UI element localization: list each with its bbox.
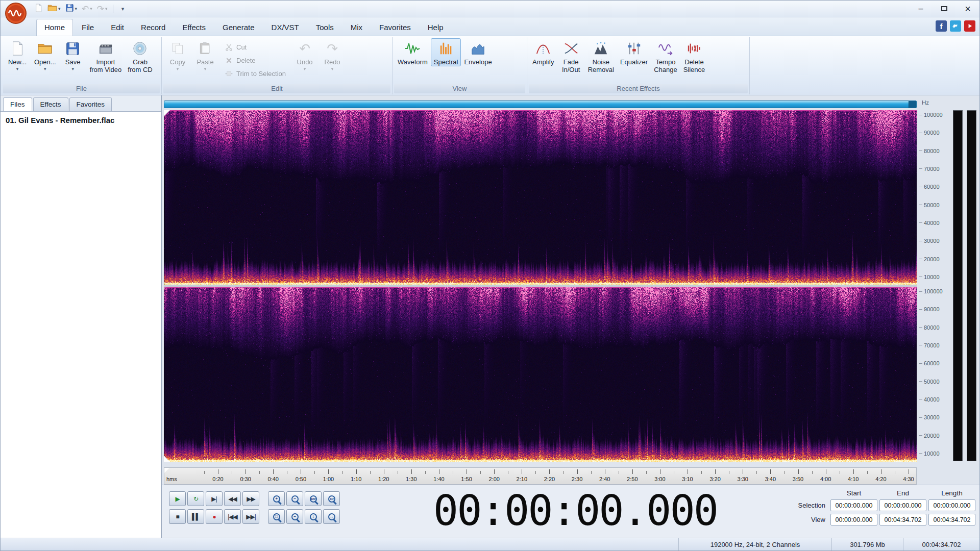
menu-tab-generate[interactable]: Generate [214, 19, 263, 36]
record-button[interactable]: ● [206, 509, 223, 524]
ribbon-new-button[interactable]: New... ▾ [4, 38, 31, 72]
menu-tab-file[interactable]: File [74, 19, 102, 36]
app-logo-icon[interactable] [5, 2, 27, 24]
menu-tab-record[interactable]: Record [133, 19, 174, 36]
zoom-selection-button[interactable]: ▭ [323, 491, 340, 506]
menu-tab-help[interactable]: Help [420, 19, 452, 36]
stop-button[interactable]: ■ [169, 509, 186, 524]
zoom-100-button[interactable]: 100 [305, 491, 322, 506]
open-file-button[interactable]: ▾ [46, 3, 62, 15]
freq-label: 30000 [919, 238, 950, 244]
redo-button[interactable]: ↷ ▾ [95, 3, 109, 15]
ribbon-trim-button[interactable]: Trim to Selection [224, 69, 286, 78]
selection-marker-top[interactable] [164, 110, 170, 116]
new-document-button[interactable] [32, 3, 44, 15]
rewind-button[interactable]: ◀◀ [224, 491, 241, 506]
frequency-unit-label: Hz [922, 99, 929, 106]
timeline-minor-tick [232, 471, 232, 474]
menu-tab-edit[interactable]: Edit [103, 19, 132, 36]
view-spectral-button[interactable]: Spectral [431, 38, 461, 66]
customize-toolbar-button[interactable]: ▾ [117, 3, 129, 15]
fast-forward-button[interactable]: ▶▶ [242, 491, 259, 506]
zoom-out-full-button[interactable]: − [286, 509, 303, 524]
redo-icon: ↷ [97, 5, 104, 13]
freq-label: 90000 [919, 306, 950, 312]
playhead-marker[interactable] [164, 468, 169, 473]
effect-amplify-button[interactable]: Amplify [529, 38, 557, 66]
ribbon-grab-cd-button[interactable]: Grab from CD [125, 38, 155, 74]
position-scrollbar[interactable] [164, 101, 917, 108]
save-button[interactable]: ▾ [64, 3, 79, 15]
menu-tab-dx-vst[interactable]: DX/VST [263, 19, 307, 36]
effect-tempo-button[interactable]: Tempo Change [651, 38, 680, 74]
selection-end-field[interactable]: 00:00:00.000 [879, 499, 926, 511]
menu-tab-effects[interactable]: Effects [174, 19, 214, 36]
effect-fade-button[interactable]: Fade In/Out [557, 38, 585, 74]
sidebar-tab-effects[interactable]: Effects [33, 97, 68, 111]
timeline-tick [549, 469, 550, 474]
ribbon-paste-button[interactable]: Paste ▾ [191, 38, 219, 72]
close-button[interactable]: × [956, 1, 979, 16]
play-button[interactable]: ▶ [169, 491, 186, 506]
undo-button[interactable]: ↶ ▾ [80, 3, 94, 15]
view-length-field[interactable]: 00:04:34.702 [928, 514, 975, 525]
selection-marker-bottom[interactable] [164, 456, 170, 462]
magnifier-icon: □ [273, 513, 280, 520]
ribbon-delete-button[interactable]: Delete [224, 56, 286, 65]
selection-length-field[interactable]: 00:00:00.000 [928, 499, 975, 511]
noise-removal-icon [593, 40, 609, 57]
play-file-button[interactable]: ▶| [206, 491, 223, 506]
minimize-button[interactable]: – [909, 1, 933, 16]
pause-button[interactable]: ▌▌ [187, 509, 204, 524]
view-row-label: View [787, 516, 828, 523]
twitter-icon[interactable] [950, 20, 961, 32]
youtube-icon[interactable] [964, 20, 975, 32]
spectrogram-right-channel[interactable] [164, 287, 917, 462]
view-start-field[interactable]: 00:00:00.000 [830, 514, 877, 525]
chevron-down-icon: ▾ [121, 6, 125, 12]
ribbon-redo-button[interactable]: ↷ Redo ▾ [318, 38, 346, 72]
freq-label: 60000 [919, 184, 950, 190]
timeline-minor-tick [314, 471, 315, 474]
menu-tab-tools[interactable]: Tools [308, 19, 342, 36]
sidebar-tab-favorites[interactable]: Favorites [69, 97, 112, 111]
menu-tab-mix[interactable]: Mix [342, 19, 371, 36]
go-to-start-button[interactable]: |◀◀ [224, 509, 241, 524]
timeline-ruler[interactable]: hms 0:200:300:400:501:001:101:201:301:40… [164, 467, 917, 485]
zoom-horizontal-button[interactable]: ↔ [323, 509, 340, 524]
facebook-icon[interactable]: f [936, 20, 947, 32]
effect-noise-removal-button[interactable]: Noise Removal [585, 38, 617, 74]
view-end-field[interactable]: 00:04:34.702 [879, 514, 926, 525]
selection-start-field[interactable]: 00:00:00.000 [830, 499, 877, 511]
freq-label: 50000 [919, 202, 950, 208]
go-to-end-button[interactable]: ▶▶| [242, 509, 259, 524]
freq-label: 60000 [919, 360, 950, 366]
ribbon-import-video-button[interactable]: Import from Video [87, 38, 125, 74]
maximize-button[interactable] [933, 1, 956, 16]
view-waveform-button[interactable]: Waveform [395, 38, 431, 66]
ribbon-undo-button[interactable]: ↶ Undo ▾ [291, 38, 318, 72]
fade-in-out-icon [563, 40, 579, 57]
sidebar-tabs: FilesEffectsFavorites [1, 95, 161, 111]
file-list-item[interactable]: 01. Gil Evans - Remember.flac [6, 116, 156, 124]
ribbon-copy-button[interactable]: Copy ▾ [164, 38, 191, 72]
ribbon-open-button[interactable]: Open... ▾ [31, 38, 59, 72]
timeline-tick [826, 469, 826, 474]
timeline-tick [494, 469, 495, 474]
ribbon-save-button[interactable]: Save ▾ [59, 38, 87, 72]
loop-button[interactable]: ↻ [187, 491, 204, 506]
zoom-in-button[interactable]: + [268, 491, 285, 506]
effect-equalizer-button[interactable]: Equalizer [617, 38, 651, 66]
spectrogram-left-channel[interactable] [164, 110, 917, 285]
ribbon-cut-button[interactable]: Cut [224, 42, 286, 52]
dropdown-arrow-icon: ▾ [58, 7, 61, 11]
zoom-vertical-button[interactable]: ↕ [305, 509, 322, 524]
zoom-window-button[interactable]: □ [268, 509, 285, 524]
menu-tab-favorites[interactable]: Favorites [371, 19, 419, 36]
timeline-label: 3:50 [793, 476, 803, 482]
zoom-out-button[interactable]: − [286, 491, 303, 506]
effect-delete-silence-button[interactable]: Delete Silence [680, 38, 708, 74]
view-envelope-button[interactable]: Envelope [461, 38, 495, 66]
sidebar-tab-files[interactable]: Files [3, 97, 32, 111]
menu-tab-home[interactable]: Home [36, 19, 73, 36]
